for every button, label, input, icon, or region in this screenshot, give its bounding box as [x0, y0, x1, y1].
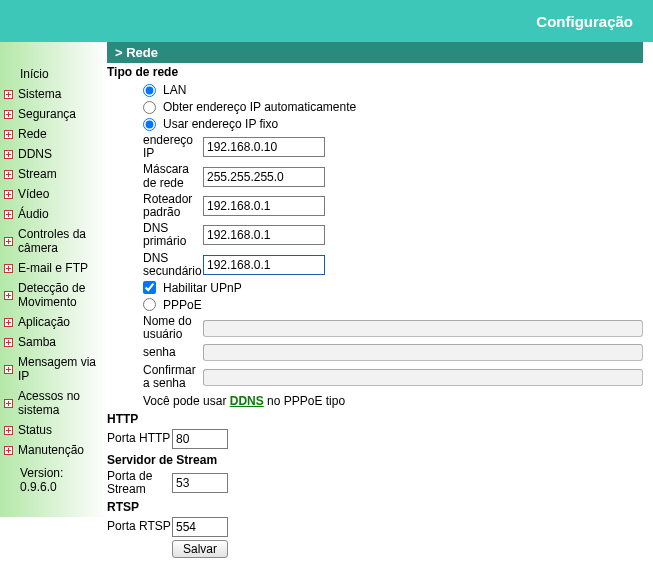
sidebar-item-label: Stream [18, 167, 57, 181]
stream-port-input[interactable] [172, 473, 228, 493]
sidebar-item-inicio[interactable]: Início [0, 64, 105, 84]
pppoe-pass-row: senha [143, 344, 643, 361]
gw-row: Roteador padrão [143, 193, 643, 219]
radio-autoip-label: Obter endereço IP automaticamente [163, 100, 356, 114]
stream-port-label: Porta de Stream [107, 470, 172, 496]
sidebar-item-video[interactable]: Vídeo [0, 184, 105, 204]
plus-icon [4, 426, 13, 435]
sidebar-item-application[interactable]: Aplicação [0, 312, 105, 332]
sidebar-item-label: Status [18, 423, 52, 437]
pppoe-pass-label: senha [143, 346, 203, 359]
dns1-label: DNS primário [143, 222, 203, 248]
mask-input[interactable] [203, 167, 325, 187]
dns1-input[interactable] [203, 225, 325, 245]
plus-icon [4, 150, 13, 159]
http-port-label: Porta HTTP [107, 432, 172, 445]
stream-port-row: Porta de Stream [107, 470, 643, 496]
pppoe-user-label: Nome do usuário [143, 315, 203, 341]
sidebar-item-label: DDNS [18, 147, 52, 161]
upnp-checkbox[interactable] [143, 281, 156, 294]
sidebar-item-label: Áudio [18, 207, 49, 221]
ddns-note: Você pode usar DDNS no PPPoE tipo [143, 394, 643, 408]
ddns-pre: Você pode usar [143, 394, 230, 408]
sidebar-item-label: Segurança [18, 107, 76, 121]
radio-pppoe[interactable] [143, 298, 156, 311]
stream-heading: Servidor de Stream [107, 453, 643, 467]
sidebar-item-seguranca[interactable]: Segurança [0, 104, 105, 124]
radio-lan[interactable] [143, 84, 156, 97]
sidebar-item-sistema[interactable]: Sistema [0, 84, 105, 104]
ddns-post: no PPPoE tipo [264, 394, 345, 408]
dns1-row: DNS primário [143, 222, 643, 248]
page-header: Configuração [0, 0, 653, 42]
sidebar-item-stream[interactable]: Stream [0, 164, 105, 184]
plus-icon [4, 291, 13, 300]
sidebar-item-status[interactable]: Status [0, 420, 105, 440]
radio-pppoe-row[interactable]: PPPoE [143, 298, 643, 312]
layout: Início Sistema Segurança Rede DDNS Strea… [0, 42, 653, 558]
sidebar-item-access-log[interactable]: Acessos no sistema [0, 386, 105, 420]
version-label: Version: 0.9.6.0 [0, 460, 105, 497]
dns2-input[interactable] [203, 255, 325, 275]
pppoe-user-input[interactable] [203, 320, 643, 337]
plus-icon [4, 110, 13, 119]
sidebar: Início Sistema Segurança Rede DDNS Strea… [0, 42, 105, 517]
pppoe-pass-input[interactable] [203, 344, 643, 361]
sidebar-item-label: Mensagem via IP [18, 355, 101, 383]
sidebar-item-ddns[interactable]: DDNS [0, 144, 105, 164]
save-row: Salvar [107, 540, 643, 558]
sidebar-item-samba[interactable]: Samba [0, 332, 105, 352]
radio-autoip-row[interactable]: Obter endereço IP automaticamente [143, 100, 643, 114]
plus-icon [4, 130, 13, 139]
page-title: Configuração [536, 13, 633, 30]
sidebar-item-maintenance[interactable]: Manutenção [0, 440, 105, 460]
mask-label: Máscara de rede [143, 163, 203, 189]
radio-fixedip-row[interactable]: Usar endereço IP fixo [143, 117, 643, 131]
save-button[interactable]: Salvar [172, 540, 228, 558]
http-port-row: Porta HTTP [107, 429, 643, 449]
sidebar-item-label: Sistema [18, 87, 61, 101]
sidebar-item-label: E-mail e FTP [18, 261, 88, 275]
plus-icon [4, 170, 13, 179]
radio-pppoe-label: PPPoE [163, 298, 202, 312]
rtsp-heading: RTSP [107, 500, 643, 514]
dns2-label: DNS secundário [143, 252, 203, 278]
ip-input[interactable] [203, 137, 325, 157]
sidebar-item-audio[interactable]: Áudio [0, 204, 105, 224]
radio-lan-row[interactable]: LAN [143, 83, 643, 97]
rtsp-port-input[interactable] [172, 517, 228, 537]
pppoe-confirm-input[interactable] [203, 369, 643, 386]
net-type-heading: Tipo de rede [107, 65, 643, 79]
radio-lan-label: LAN [163, 83, 186, 97]
pppoe-confirm-row: Confirmar a senha [143, 364, 643, 390]
sidebar-item-label: Início [20, 67, 49, 81]
radio-autoip[interactable] [143, 101, 156, 114]
plus-icon [4, 237, 13, 246]
sidebar-item-rede[interactable]: Rede [0, 124, 105, 144]
plus-icon [4, 90, 13, 99]
section-bar: > Rede [107, 42, 643, 63]
net-type-block: LAN Obter endereço IP automaticamente Us… [107, 83, 643, 408]
radio-fixedip[interactable] [143, 118, 156, 131]
plus-icon [4, 318, 13, 327]
sidebar-item-label: Aplicação [18, 315, 70, 329]
plus-icon [4, 399, 13, 408]
main-panel: > Rede Tipo de rede LAN Obter endereço I… [105, 42, 653, 558]
gw-label: Roteador padrão [143, 193, 203, 219]
sidebar-item-motion[interactable]: Detecção de Movimento [0, 278, 105, 312]
plus-icon [4, 264, 13, 273]
gw-input[interactable] [203, 196, 325, 216]
sidebar-item-label: Manutenção [18, 443, 84, 457]
sidebar-item-camera-controls[interactable]: Controles da câmera [0, 224, 105, 258]
sidebar-item-ip-message[interactable]: Mensagem via IP [0, 352, 105, 386]
plus-icon [4, 190, 13, 199]
sidebar-item-label: Vídeo [18, 187, 49, 201]
sidebar-item-email-ftp[interactable]: E-mail e FTP [0, 258, 105, 278]
pppoe-user-row: Nome do usuário [143, 315, 643, 341]
ddns-link[interactable]: DDNS [230, 394, 264, 408]
upnp-row[interactable]: Habilitar UPnP [143, 281, 643, 295]
plus-icon [4, 210, 13, 219]
mask-row: Máscara de rede [143, 163, 643, 189]
ip-row: endereço IP [143, 134, 643, 160]
http-port-input[interactable] [172, 429, 228, 449]
